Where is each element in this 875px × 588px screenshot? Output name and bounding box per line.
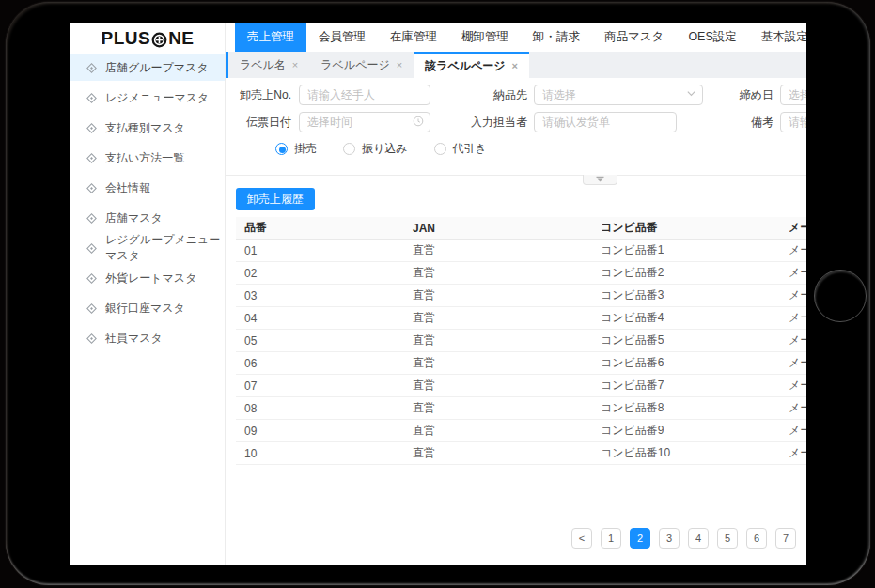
table-row[interactable]: 03直営コンビ品番3メーカー: [236, 285, 806, 307]
nouhin-select[interactable]: [534, 85, 703, 105]
sidebar-item[interactable]: レジメニューマスタ: [70, 85, 225, 111]
nav-tab-label: 卸・請求: [533, 29, 580, 45]
table-cell: 直営: [404, 355, 592, 371]
sidebar-item[interactable]: レジグループメニューマスタ: [70, 235, 225, 261]
table-row[interactable]: 10直営コンビ品番10メーカー: [236, 442, 806, 465]
filter-tag[interactable]: ラベルページ×: [309, 52, 414, 78]
nav-tab[interactable]: OES設定: [676, 23, 748, 52]
pagination-page[interactable]: 2: [630, 528, 650, 549]
table-header-cell: 品番: [236, 220, 404, 236]
nav-tab-label: 会員管理: [319, 29, 366, 45]
table-cell: コンビ品番5: [592, 333, 780, 348]
top-nav: 売上管理会員管理在庫管理棚卸管理卸・請求商品マスタOES設定基本設定: [226, 23, 806, 52]
sidebar-item[interactable]: 会社情報: [70, 175, 225, 201]
tantousha-label: 入力担当者: [430, 115, 527, 131]
collapse-handle[interactable]: [583, 175, 617, 185]
aim-icon: [86, 243, 97, 254]
results-section: 卸売上履歴 品番JANコンビ品番メーカー 01直営コンビ品番1メーカー02直営コ…: [226, 176, 806, 565]
pagination-page[interactable]: 1: [601, 528, 621, 549]
table-cell: 直営: [404, 242, 592, 258]
pagination-page[interactable]: 7: [775, 528, 796, 549]
tantousha-input[interactable]: [534, 112, 677, 132]
table-row[interactable]: 01直営コンビ品番1メーカー: [236, 240, 806, 262]
radio-icon[interactable]: [343, 143, 355, 155]
pagination-page[interactable]: 3: [659, 528, 680, 549]
table-row[interactable]: 06直営コンビ品番6メーカー: [236, 352, 806, 375]
table-cell: 10: [236, 447, 404, 460]
pagination-page[interactable]: 4: [688, 528, 709, 549]
tag-list: ラベル名×ラベルページ×該ラベルページ×: [228, 52, 529, 78]
sidebar-item-label: 外貨レートマスタ: [105, 271, 196, 286]
caret-down-icon: [595, 176, 605, 183]
form-divider: [226, 175, 806, 176]
sidebar-item[interactable]: 店舗グループマスタ: [70, 54, 225, 81]
table-cell: コンビ品番10: [592, 445, 780, 461]
pagination-prev-icon[interactable]: <: [571, 528, 592, 549]
payment-radio-group: 掛売振り込み代引き: [226, 139, 806, 158]
nav-tab-label: 在庫管理: [390, 29, 437, 45]
radio-label: 代引き: [453, 141, 487, 157]
pagination: <1234567: [236, 528, 796, 549]
wholesale-history-button[interactable]: 卸売上履歴: [236, 188, 315, 210]
payment-radio[interactable]: 振り込み: [343, 141, 408, 157]
table-cell: メーカー: [780, 400, 806, 416]
close-icon[interactable]: ×: [292, 60, 298, 70]
nav-tab[interactable]: 商品マスタ: [592, 23, 676, 52]
orosi-no-input[interactable]: [299, 85, 430, 105]
sidebar-item-label: 支払種別マスタ: [105, 120, 185, 136]
filter-tag[interactable]: ラベル名×: [228, 52, 309, 78]
table-cell: 01: [236, 244, 404, 257]
nav-tab[interactable]: 売上管理: [235, 23, 306, 52]
table-row[interactable]: 09直営コンビ品番9メーカー: [236, 420, 806, 442]
pagination-page[interactable]: 6: [746, 528, 767, 549]
close-icon[interactable]: ×: [397, 60, 402, 70]
filter-tag-label: ラベル名: [240, 57, 286, 73]
table-cell: 直営: [404, 400, 592, 416]
table-cell: 08: [236, 402, 404, 415]
brand-logo-left: PLUS: [101, 28, 150, 49]
bikou-input[interactable]: [780, 112, 806, 132]
sidebar: PLUS NE 店舗グループマスタレジメニューマスタ支払種別マスタ支払い方法一覧…: [70, 23, 226, 565]
radio-icon[interactable]: [275, 143, 288, 155]
table-cell: 07: [236, 379, 404, 393]
payment-radio[interactable]: 掛売: [275, 141, 317, 157]
sidebar-item[interactable]: 外貨レートマスタ: [70, 265, 225, 291]
aim-icon: [86, 63, 97, 73]
table-cell: コンビ品番3: [592, 287, 780, 303]
brand-logo-right: NE: [168, 28, 194, 49]
nav-tab[interactable]: 在庫管理: [378, 23, 449, 52]
orosi-no-label: 卸売上No.: [226, 87, 291, 103]
nav-tab[interactable]: 卸・請求: [521, 23, 592, 52]
sidebar-item[interactable]: 店舗マスタ: [70, 205, 225, 231]
denpyo-date-input[interactable]: [299, 112, 430, 132]
sidebar-item[interactable]: 社員マスタ: [70, 325, 225, 351]
radio-label: 掛売: [294, 141, 317, 157]
table-row[interactable]: 07直営コンビ品番7メーカー: [236, 375, 806, 397]
table-row[interactable]: 08直営コンビ品番8メーカー: [236, 397, 806, 420]
nav-tab[interactable]: 会員管理: [306, 23, 378, 52]
sidebar-item[interactable]: 支払い方法一覧: [70, 145, 225, 171]
aim-icon: [86, 123, 97, 133]
table-cell: 直営: [404, 265, 592, 281]
aim-icon: [86, 303, 97, 314]
nav-tab[interactable]: 基本設定: [749, 23, 806, 52]
sidebar-item-label: 店舗グループマスタ: [105, 60, 209, 76]
aim-icon: [86, 213, 97, 224]
payment-radio[interactable]: 代引き: [434, 141, 487, 157]
shimebi-input[interactable]: [780, 85, 806, 105]
table-row[interactable]: 05直営コンビ品番5メーカー: [236, 330, 806, 352]
nav-tab[interactable]: 棚卸管理: [449, 23, 521, 52]
table-row[interactable]: 04直営コンビ品番4メーカー: [236, 307, 806, 330]
table-cell: 直営: [404, 287, 592, 303]
sidebar-item[interactable]: 銀行口座マスタ: [70, 295, 225, 321]
results-table: 品番JANコンビ品番メーカー 01直営コンビ品番1メーカー02直営コンビ品番2メ…: [236, 217, 806, 465]
radio-icon[interactable]: [434, 143, 446, 155]
pagination-page[interactable]: 5: [717, 528, 738, 549]
close-icon[interactable]: ×: [512, 61, 518, 71]
table-row[interactable]: 02直営コンビ品番2メーカー: [236, 262, 806, 285]
table-cell: メーカー: [780, 423, 806, 439]
table-cell: コンビ品番2: [592, 265, 780, 281]
filter-tag[interactable]: 該ラベルページ×: [414, 52, 529, 78]
table-cell: 02: [236, 267, 404, 280]
sidebar-item[interactable]: 支払種別マスタ: [70, 115, 225, 141]
